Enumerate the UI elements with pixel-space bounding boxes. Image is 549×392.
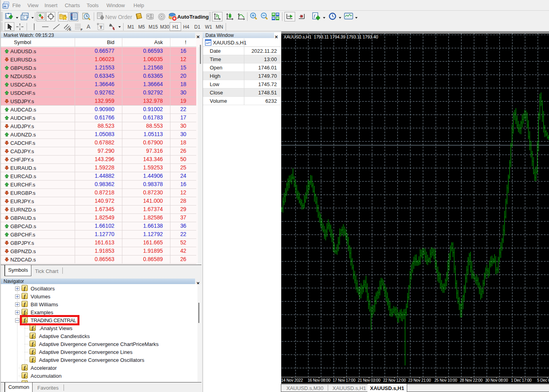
svg-text:23 Nov 21:00: 23 Nov 21:00 [408,378,431,382]
svg-text:F: F [81,28,83,31]
svg-text:22 Nov 12:00: 22 Nov 12:00 [383,378,406,382]
svg-text:5 Dec 02:00: 5 Dec 02:00 [537,378,549,382]
svg-text:30 Nov 08:00: 30 Nov 08:00 [485,378,508,382]
svg-text:25 Nov 10:00: 25 Nov 10:00 [434,378,457,382]
svg-text:28 Nov 22:00: 28 Nov 22:00 [460,378,483,382]
svg-text:T: T [100,25,103,29]
svg-text:E: E [69,28,72,31]
svg-text:17 Nov 17:00: 17 Nov 17:00 [332,378,356,382]
svg-text:1 Dec 17:00: 1 Dec 17:00 [511,378,532,382]
svg-text:XAUUSD.s,H1 1793.11 1794.39 1: XAUUSD.s,H1 1793.11 1794.39 1793.11 1793… [284,35,378,39]
svg-text:16 Nov 08:00: 16 Nov 08:00 [307,378,331,382]
svg-text:21 Nov 03:00: 21 Nov 03:00 [358,378,381,382]
svg-text:14 Nov 2022: 14 Nov 2022 [281,378,303,382]
